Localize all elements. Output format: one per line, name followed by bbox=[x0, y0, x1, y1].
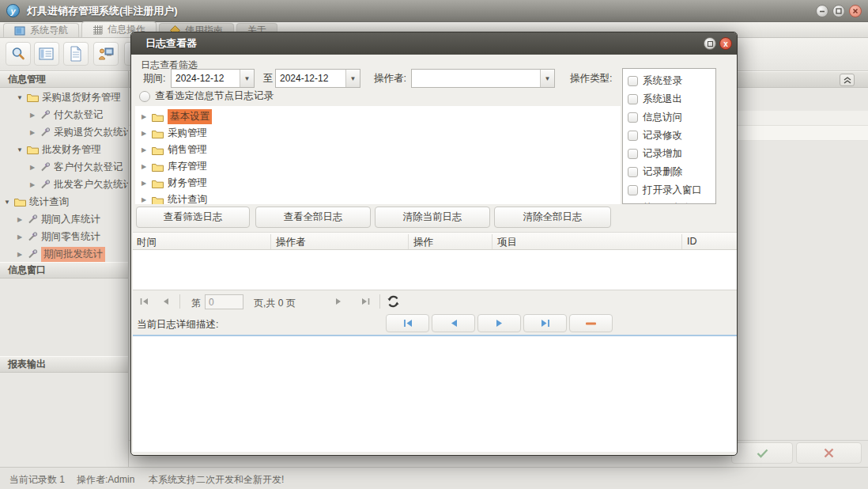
refresh-button[interactable] bbox=[384, 294, 402, 309]
tree-collapse-icon[interactable]: ▶ bbox=[16, 251, 24, 258]
operator-input[interactable] bbox=[412, 70, 540, 87]
column-header-operator[interactable]: 操作者 bbox=[276, 236, 306, 249]
tree-collapse-icon[interactable]: ▶ bbox=[28, 181, 36, 188]
period-to-select[interactable]: 2024-12-12 ▼ bbox=[275, 69, 360, 88]
module-finance-management[interactable]: ▶ 财务管理 bbox=[135, 175, 621, 191]
column-header-operation[interactable]: 操作 bbox=[413, 236, 433, 249]
optype-item-label: 信息访问 bbox=[643, 111, 682, 124]
maximize-button[interactable] bbox=[832, 5, 845, 17]
checkbox-unchecked[interactable] bbox=[628, 149, 638, 159]
clear-all-log-button[interactable]: 清除全部日志 bbox=[494, 207, 611, 228]
period-from-select[interactable]: 2024-12-12 ▼ bbox=[171, 69, 255, 88]
tree-collapse-icon[interactable]: ▶ bbox=[28, 129, 36, 136]
document-button[interactable] bbox=[63, 42, 89, 66]
checkbox-unchecked[interactable] bbox=[139, 91, 150, 102]
record-last-button[interactable] bbox=[523, 314, 567, 332]
log-detail-textarea[interactable] bbox=[133, 335, 737, 452]
tree-item-period-wholesale-stats[interactable]: ▶ 期间批发统计 bbox=[0, 245, 129, 263]
record-view-button[interactable] bbox=[34, 42, 59, 66]
tree-collapse-icon[interactable]: ▶ bbox=[16, 233, 24, 241]
chevron-down-icon[interactable]: ▼ bbox=[240, 70, 254, 87]
node-filter-checkbox-row[interactable]: 查看选定信息节点日志记录 bbox=[139, 89, 274, 103]
page-number-input[interactable] bbox=[205, 294, 243, 309]
optype-item-system-login[interactable]: 系统登录 bbox=[628, 72, 715, 90]
tree-item-purchase-return-finance[interactable]: ▼ 采购退货财务管理 bbox=[0, 89, 129, 106]
dialog-title-bar[interactable]: 日志查看器 x bbox=[131, 32, 737, 55]
period-label: 期间: bbox=[143, 72, 165, 85]
view-filtered-log-button[interactable]: 查看筛选日志 bbox=[136, 207, 250, 228]
optype-item-system-logout[interactable]: 系统退出 bbox=[628, 90, 715, 108]
minimize-button[interactable] bbox=[816, 5, 828, 17]
checkbox-unchecked[interactable] bbox=[628, 131, 638, 141]
optype-item-close-entry-window[interactable]: 关闭录入窗口 bbox=[628, 199, 715, 204]
module-sales-management[interactable]: ▶ 销售管理 bbox=[135, 142, 621, 158]
confirm-button[interactable] bbox=[731, 442, 793, 464]
record-next-button[interactable] bbox=[477, 314, 521, 332]
tree-expand-icon[interactable]: ▼ bbox=[16, 146, 24, 154]
tree-item-wholesale-customer-debt-stats[interactable]: ▶ 批发客户欠款统计 bbox=[0, 176, 129, 193]
tree-item-period-retail-stats[interactable]: ▶ 期间零售统计 bbox=[0, 228, 129, 245]
tree-collapse-icon[interactable]: ▶ bbox=[16, 216, 24, 223]
dialog-minimize-button[interactable] bbox=[704, 37, 716, 50]
tab-system-nav[interactable]: 系统导航 bbox=[3, 23, 79, 37]
optype-item-info-access[interactable]: 信息访问 bbox=[628, 108, 715, 127]
cancel-button[interactable] bbox=[796, 442, 862, 464]
tree-item-statistics-query[interactable]: ▼ 统计查询 bbox=[0, 193, 129, 210]
last-page-button[interactable] bbox=[357, 294, 374, 309]
module-purchase-management[interactable]: ▶ 采购管理 bbox=[135, 125, 621, 142]
optype-item-record-add[interactable]: 记录增加 bbox=[628, 145, 715, 163]
module-statistics-query[interactable]: ▶ 统计查询 bbox=[135, 191, 621, 204]
dialog-close-button[interactable]: x bbox=[719, 37, 732, 50]
sidebar-panel-report-output[interactable]: 报表输出 bbox=[0, 356, 128, 373]
tree-item-wholesale-finance[interactable]: ▼ 批发财务管理 bbox=[0, 141, 129, 158]
checkbox-unchecked[interactable] bbox=[628, 76, 638, 86]
tree-collapse-icon[interactable]: ▶ bbox=[28, 112, 36, 119]
checkbox-unchecked[interactable] bbox=[628, 112, 638, 123]
operator-button[interactable] bbox=[93, 42, 119, 66]
tree-collapse-icon[interactable]: ▶ bbox=[140, 146, 148, 154]
checkbox-unchecked[interactable] bbox=[628, 185, 638, 195]
optype-item-record-modify[interactable]: 记录修改 bbox=[628, 127, 715, 145]
module-basic-settings[interactable]: ▶ 基本设置 bbox=[135, 108, 621, 125]
folder-icon bbox=[27, 145, 39, 154]
sidebar-panel-info-management[interactable]: 信息管理 bbox=[0, 71, 128, 88]
module-inventory-management[interactable]: ▶ 库存管理 bbox=[135, 158, 621, 175]
column-header-id[interactable]: ID bbox=[687, 236, 697, 247]
tree-item-purchase-return-debt-stats[interactable]: ▶ 采购退货欠款统计 bbox=[0, 123, 129, 141]
panel-collapse-button[interactable] bbox=[840, 74, 855, 86]
record-delete-button[interactable] bbox=[569, 314, 613, 332]
tree-collapse-icon[interactable]: ▶ bbox=[140, 163, 148, 170]
app-logo-icon: y bbox=[6, 4, 20, 17]
view-all-log-button[interactable]: 查看全部日志 bbox=[255, 207, 371, 228]
clear-current-log-button[interactable]: 清除当前日志 bbox=[375, 207, 490, 228]
next-page-button[interactable] bbox=[330, 294, 347, 309]
tree-item-period-inbound-stats[interactable]: ▶ 期间入库统计 bbox=[0, 210, 129, 228]
chevron-down-icon[interactable]: ▼ bbox=[345, 70, 360, 87]
operator-select[interactable]: ▼ bbox=[411, 69, 555, 88]
sidebar-panel-info-window[interactable]: 信息窗口 bbox=[0, 262, 128, 279]
tree-expand-icon[interactable]: ▼ bbox=[16, 94, 24, 101]
close-button[interactable] bbox=[849, 5, 862, 17]
optype-item-record-delete[interactable]: 记录删除 bbox=[628, 163, 715, 181]
tree-expand-icon[interactable]: ▼ bbox=[3, 199, 11, 206]
checkbox-unchecked[interactable] bbox=[628, 94, 638, 104]
chevron-down-icon[interactable]: ▼ bbox=[540, 70, 554, 87]
record-prev-button[interactable] bbox=[432, 314, 475, 332]
prev-page-button[interactable] bbox=[157, 294, 174, 309]
tree-collapse-icon[interactable]: ▶ bbox=[28, 164, 36, 171]
column-separator bbox=[492, 234, 492, 249]
tree-item-customer-payment-register[interactable]: ▶ 客户付欠款登记 bbox=[0, 158, 129, 176]
checkbox-unchecked[interactable] bbox=[628, 167, 638, 177]
record-first-button[interactable] bbox=[386, 314, 429, 332]
column-header-time[interactable]: 时间 bbox=[137, 236, 157, 249]
tree-collapse-icon[interactable]: ▶ bbox=[140, 196, 148, 203]
tree-collapse-icon[interactable]: ▶ bbox=[140, 113, 148, 120]
checkbox-unchecked[interactable] bbox=[628, 203, 638, 204]
search-button[interactable] bbox=[6, 42, 31, 66]
column-header-item[interactable]: 项目 bbox=[497, 236, 517, 249]
tree-collapse-icon[interactable]: ▶ bbox=[140, 130, 148, 137]
tree-collapse-icon[interactable]: ▶ bbox=[140, 180, 148, 187]
optype-item-open-entry-window[interactable]: 打开录入窗口 bbox=[628, 181, 715, 199]
first-page-button[interactable] bbox=[135, 294, 153, 309]
tree-item-payment-register[interactable]: ▶ 付欠款登记 bbox=[0, 106, 129, 123]
